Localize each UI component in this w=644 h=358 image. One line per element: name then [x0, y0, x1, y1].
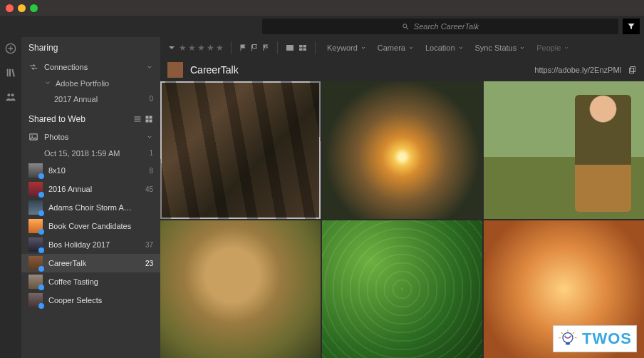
album-thumb: [28, 182, 43, 196]
search-icon: [402, 23, 410, 31]
svg-point-2: [11, 93, 14, 96]
minimize-window-button[interactable]: [18, 4, 26, 12]
annual-count: 0: [149, 95, 153, 103]
add-icon[interactable]: [5, 43, 16, 54]
lightbulb-icon: [558, 329, 578, 349]
photo-thumbnail[interactable]: [160, 81, 321, 219]
album-item[interactable]: Adams Choir Storm A…: [21, 198, 160, 217]
album-thumb: [28, 200, 43, 215]
watermark-text: TWOS: [582, 329, 632, 348]
flag-pick-icon[interactable]: [239, 44, 247, 52]
photo-thumbnail[interactable]: [160, 220, 321, 358]
star-icon[interactable]: ★: [207, 43, 214, 53]
album-thumb: [28, 163, 43, 178]
album-thumb: [28, 275, 43, 289]
grid-view-icon[interactable]: [298, 44, 308, 52]
photos-date: Oct 15, 2018 1:59 AM: [44, 149, 120, 158]
chevron-down-icon: [564, 45, 569, 51]
portfolio-label: Adobe Portfolio: [56, 79, 109, 88]
chevron-down-icon: [458, 45, 464, 51]
camera-dropdown[interactable]: Camera: [373, 44, 418, 52]
search-placeholder: Search CareerTalk: [414, 22, 479, 31]
photo-grid: [160, 81, 644, 358]
album-thumb: [28, 256, 43, 270]
collection-title: CareerTalk: [190, 64, 239, 76]
flag-reject-icon[interactable]: [261, 44, 270, 52]
album-item[interactable]: Coffee Tasting: [21, 272, 160, 291]
album-thumb: [28, 237, 43, 252]
filter-toolbar: ★ ★ ★ ★ ★ Keyword Camera Location Sync S…: [160, 37, 644, 58]
connections-icon: [28, 62, 38, 72]
sync-dropdown[interactable]: Sync Status: [471, 44, 530, 52]
grid-view-icon[interactable]: [145, 115, 153, 123]
shared-to-web-header: Shared to Web: [21, 107, 160, 128]
star-icon[interactable]: ★: [216, 43, 224, 53]
maximize-window-button[interactable]: [30, 4, 38, 12]
content-area: ★ ★ ★ ★ ★ Keyword Camera Location Sync S…: [160, 37, 644, 358]
svg-rect-5: [286, 45, 294, 51]
flag-unflagged-icon[interactable]: [250, 44, 259, 52]
photo-thumbnail[interactable]: [322, 220, 482, 358]
photos-row[interactable]: Photos: [21, 128, 160, 145]
close-window-button[interactable]: [6, 4, 14, 12]
filter-button[interactable]: [623, 19, 640, 34]
photos-label: Photos: [44, 133, 68, 141]
chevron-down-icon: [44, 79, 51, 86]
photo-icon: [28, 132, 38, 142]
chevron-down-icon: [360, 45, 366, 51]
connections-row[interactable]: Connections: [21, 58, 160, 76]
funnel-icon: [627, 22, 635, 31]
location-dropdown[interactable]: Location: [421, 44, 468, 52]
people-icon[interactable]: [5, 91, 16, 103]
top-toolbar: Search CareerTalk: [0, 16, 644, 37]
collection-header: CareerTalk https://adobe.ly/2EnzPMl: [160, 58, 644, 81]
portfolio-row[interactable]: Adobe Portfolio: [21, 76, 160, 91]
album-item[interactable]: 2016 Annual45: [21, 180, 160, 198]
photo-thumbnail[interactable]: [322, 81, 482, 219]
sharing-header: Sharing: [21, 37, 160, 58]
share-url[interactable]: https://adobe.ly/2EnzPMl: [534, 66, 621, 74]
rating-stars[interactable]: ★ ★ ★ ★ ★: [179, 43, 224, 53]
annual-label: 2017 Annual: [54, 95, 98, 103]
album-item[interactable]: Cooper Selects: [21, 291, 160, 310]
star-icon[interactable]: ★: [197, 43, 205, 53]
album-list: 8x108 2016 Annual45 Adams Choir Storm A……: [21, 161, 160, 358]
photo-view-icon[interactable]: [285, 44, 295, 52]
chevron-down-icon: [146, 63, 153, 71]
annual-row[interactable]: 2017 Annual 0: [21, 91, 160, 107]
svg-point-1: [7, 93, 10, 96]
album-item-selected[interactable]: CareerTalk23: [21, 254, 160, 272]
window-titlebar: [0, 0, 644, 16]
watermark: TWOS: [553, 325, 637, 352]
search-input[interactable]: Search CareerTalk: [262, 19, 618, 34]
album-thumb: [28, 219, 43, 233]
star-icon[interactable]: ★: [188, 43, 196, 53]
svg-rect-7: [630, 68, 634, 73]
star-icon[interactable]: ★: [179, 43, 187, 53]
album-item[interactable]: Bos Holiday 201737: [21, 235, 160, 254]
shared-to-web-label: Shared to Web: [28, 114, 85, 124]
album-thumb: [28, 293, 43, 307]
list-view-icon[interactable]: [133, 115, 142, 123]
album-item[interactable]: 8x108: [21, 161, 160, 180]
svg-point-4: [31, 135, 33, 137]
copy-icon[interactable]: [628, 66, 637, 74]
left-rail: [0, 37, 21, 358]
connections-label: Connections: [44, 63, 88, 71]
keyword-dropdown[interactable]: Keyword: [323, 44, 370, 52]
svg-rect-6: [631, 67, 635, 72]
chevron-down-icon: [519, 45, 525, 51]
people-dropdown[interactable]: People: [532, 44, 573, 52]
rating-filter-icon[interactable]: [167, 44, 176, 52]
photos-count: 1: [149, 149, 153, 158]
library-icon[interactable]: [5, 67, 16, 78]
photos-date-row[interactable]: Oct 15, 2018 1:59 AM 1: [21, 145, 160, 161]
album-item[interactable]: Book Cover Candidates: [21, 217, 160, 235]
chevron-down-icon: [146, 133, 153, 140]
chevron-down-icon: [408, 45, 414, 51]
sidebar: Sharing Connections Adobe Portfolio 2017…: [21, 37, 160, 358]
collection-thumb: [167, 62, 183, 78]
photo-thumbnail[interactable]: [484, 81, 644, 219]
